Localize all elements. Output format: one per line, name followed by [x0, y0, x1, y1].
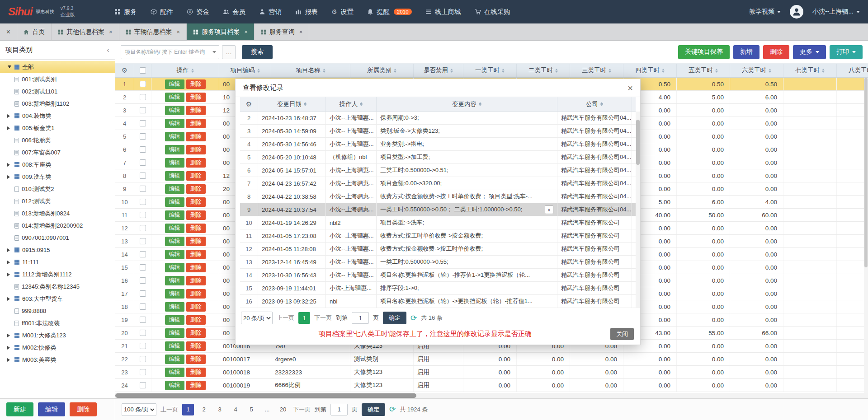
- menu-item-members[interactable]: 会员: [223, 8, 245, 16]
- tree-item-0[interactable]: 全部: [0, 61, 115, 73]
- key-project-maintenance-button[interactable]: 关键项目保养: [678, 45, 730, 59]
- row-checkbox[interactable]: [140, 107, 146, 113]
- column-header-3[interactable]: 所属类别: [350, 64, 414, 77]
- tree-expander-icon[interactable]: [7, 334, 12, 337]
- delete-button[interactable]: 删除: [186, 93, 206, 102]
- record-row[interactable]: 162023-09-13 09:32:25nbl项目名称:更换挡泥板（轮）->更…: [240, 295, 636, 308]
- edit-button[interactable]: 编辑: [165, 355, 184, 364]
- delete-button[interactable]: 删除: [186, 276, 206, 285]
- print-button[interactable]: 打印: [830, 45, 863, 59]
- modal-column-header-3[interactable]: 公司: [557, 97, 632, 111]
- column-header-12[interactable]: 八类工时: [837, 64, 868, 77]
- modal-column-header-0[interactable]: 变更日期: [258, 97, 326, 111]
- sort-icon[interactable]: [304, 101, 307, 107]
- goto-page-input[interactable]: [330, 404, 348, 415]
- create-button[interactable]: 新建: [6, 402, 33, 416]
- next-page-button[interactable]: 下一页: [293, 406, 311, 414]
- delete-button[interactable]: 删除: [186, 145, 206, 154]
- record-row[interactable]: 152023-09-19 11:44:01小沈-上海驷惠...排序字段:1->0…: [240, 282, 636, 295]
- edit-button[interactable]: 编辑: [165, 302, 184, 312]
- menu-item-funds[interactable]: ¥资金: [187, 8, 209, 16]
- page-button-5[interactable]: 5: [245, 404, 257, 415]
- sidebar-collapse-icon[interactable]: ‹: [107, 46, 109, 55]
- column-header-7[interactable]: 三类工时: [570, 64, 623, 77]
- record-row[interactable]: 102024-01-19 14:26:29nbl2项目类型:->洗车;精武汽车服…: [240, 216, 636, 229]
- column-settings-header[interactable]: ⚙: [115, 64, 134, 77]
- table-row[interactable]: 23编辑删除0010001823232323大修类123启用0.000.000.…: [115, 366, 868, 379]
- tree-expander-icon[interactable]: [7, 126, 12, 130]
- row-checkbox[interactable]: [140, 225, 146, 231]
- tab-close-icon[interactable]: ×: [177, 28, 180, 35]
- menu-item-service[interactable]: 服务: [114, 8, 137, 16]
- tab-close-icon[interactable]: ×: [299, 28, 303, 35]
- edit-button[interactable]: 编辑: [165, 381, 184, 390]
- edit-button[interactable]: 编辑: [165, 237, 184, 246]
- tree-item-19[interactable]: 603:大中型货车: [0, 293, 115, 305]
- page-button-1[interactable]: 1: [182, 404, 194, 415]
- delete-button[interactable]: 删除: [186, 237, 206, 246]
- row-checkbox[interactable]: [140, 330, 146, 336]
- record-row[interactable]: 22024-10-23 16:48:37小沈--上海驷惠...保养周期:0->3…: [240, 112, 636, 125]
- refresh-icon[interactable]: ⟳: [389, 405, 396, 414]
- delete-button[interactable]: 删除: [186, 158, 206, 168]
- tree-expander-icon[interactable]: [7, 64, 12, 70]
- record-row[interactable]: 112024-01-05 17:23:08小沈--上海驷惠...收费方式:按工时…: [240, 229, 636, 243]
- delete-button[interactable]: 删除: [186, 250, 206, 259]
- delete-button[interactable]: 删除: [186, 106, 206, 115]
- row-checkbox[interactable]: [140, 251, 146, 257]
- page-size-select[interactable]: 20 条/页: [241, 312, 273, 324]
- tree-item-7[interactable]: 007:车窗类007: [0, 146, 115, 159]
- tree-item-23[interactable]: M002:快修类: [0, 341, 115, 354]
- scrollbar-thumb[interactable]: [115, 393, 416, 398]
- sort-icon[interactable]: [394, 67, 396, 74]
- page-button-20[interactable]: 20: [277, 404, 289, 415]
- more-search-options-button[interactable]: …: [222, 45, 236, 59]
- more-button[interactable]: 更多: [793, 45, 826, 59]
- tree-item-15[interactable]: 0915:0915: [0, 244, 115, 256]
- row-checkbox[interactable]: [140, 94, 146, 100]
- row-checkbox[interactable]: [140, 303, 146, 310]
- tree-expander-icon[interactable]: [7, 175, 12, 179]
- delete-button[interactable]: 删除: [186, 119, 206, 128]
- tree-item-6[interactable]: 006:轮胎类: [0, 134, 115, 146]
- tree-item-1[interactable]: 001:测试类别: [0, 73, 115, 85]
- row-checkbox[interactable]: [140, 133, 146, 140]
- edit-button[interactable]: 编辑: [165, 93, 184, 102]
- edit-button[interactable]: 编辑: [165, 171, 184, 181]
- delete-button[interactable]: 删除: [186, 171, 206, 181]
- modal-column-header-1[interactable]: 操作人: [326, 97, 377, 111]
- page-size-select[interactable]: 100 条/页: [122, 403, 156, 416]
- delete-button[interactable]: 删除: [186, 355, 206, 364]
- menu-item-settings[interactable]: ⚙设置: [331, 8, 354, 16]
- edit-button[interactable]: 编辑: [165, 210, 184, 220]
- add-button[interactable]: 新增: [733, 45, 760, 59]
- record-row[interactable]: 72024-04-23 16:57:42小沈--上海驷惠...项目金额:0.00…: [240, 177, 636, 190]
- column-header-2[interactable]: 项目名称: [271, 64, 350, 77]
- page-button-1[interactable]: 1: [298, 312, 310, 324]
- prev-page-button[interactable]: 上一页: [160, 406, 178, 414]
- row-checkbox[interactable]: [140, 343, 146, 349]
- menu-item-reports[interactable]: 报表: [295, 8, 318, 16]
- close-all-tabs-icon[interactable]: ×: [0, 23, 17, 40]
- tree-item-22[interactable]: M001:大修类123: [0, 329, 115, 341]
- delete-button[interactable]: 删除: [186, 302, 206, 312]
- tab-service-project[interactable]: 服务项目档案×: [187, 23, 255, 40]
- row-checkbox[interactable]: [140, 369, 146, 375]
- sort-icon[interactable]: [323, 67, 326, 74]
- record-row[interactable]: 132023-12-14 16:45:49小沈--上海驷惠...一类工时:0.5…: [240, 256, 636, 269]
- column-header-5[interactable]: 一类工时: [463, 64, 517, 77]
- tree-expander-icon[interactable]: [7, 273, 12, 276]
- sort-icon[interactable]: [479, 101, 481, 107]
- tree-item-14[interactable]: 0907001:0907001: [0, 232, 115, 244]
- tree-item-12[interactable]: 013:新增类别0824: [0, 207, 115, 219]
- delete-button[interactable]: 删除: [186, 79, 206, 89]
- row-checkbox[interactable]: [140, 186, 146, 192]
- record-row[interactable]: 92024-04-22 10:37:54小沈--上海驷惠...一类工时:0.55…: [240, 203, 636, 216]
- row-checkbox[interactable]: [140, 290, 146, 297]
- search-type-dropdown-icon[interactable]: [210, 49, 219, 55]
- column-header-4[interactable]: 是否禁用: [414, 64, 463, 77]
- sort-icon[interactable]: [715, 67, 718, 74]
- edit-button[interactable]: 编辑: [165, 106, 184, 115]
- confirm-page-button[interactable]: 确定: [362, 403, 385, 416]
- tree-item-18[interactable]: 12345:类别名称12345: [0, 280, 115, 293]
